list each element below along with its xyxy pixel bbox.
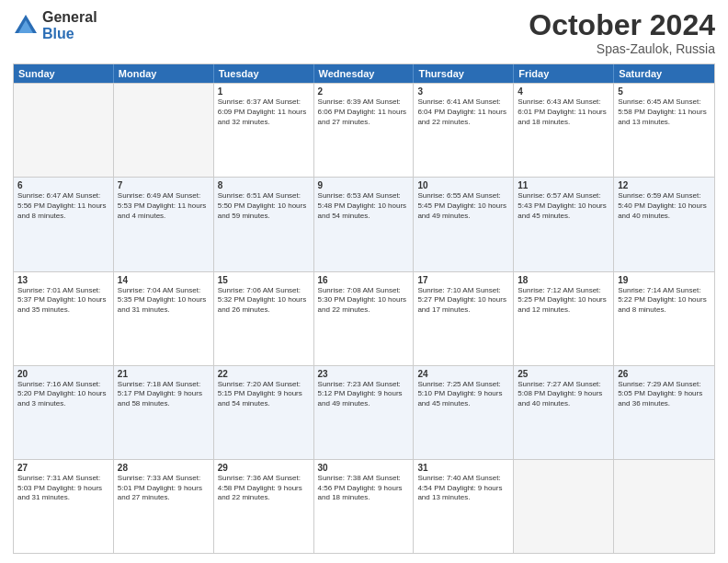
cell-text: Sunrise: 7:23 AM Sunset: 5:12 PM Dayligh… (318, 380, 410, 409)
calendar-cell: 4Sunrise: 6:43 AM Sunset: 6:01 PM Daylig… (514, 84, 614, 177)
calendar-cell: 3Sunrise: 6:41 AM Sunset: 6:04 PM Daylig… (414, 84, 514, 177)
day-number: 7 (118, 180, 210, 190)
day-number: 10 (417, 180, 509, 190)
day-number: 29 (218, 463, 310, 473)
cal-header-cell: Friday (514, 64, 614, 83)
day-number: 4 (518, 86, 609, 97)
day-number: 12 (618, 180, 711, 190)
cell-text: Sunrise: 6:47 AM Sunset: 5:56 PM Dayligh… (17, 191, 109, 221)
calendar-cell: 6Sunrise: 6:47 AM Sunset: 5:56 PM Daylig… (14, 178, 114, 270)
cell-text: Sunrise: 7:10 AM Sunset: 5:27 PM Dayligh… (417, 286, 509, 316)
calendar-cell: 8Sunrise: 6:51 AM Sunset: 5:50 PM Daylig… (214, 178, 314, 270)
cell-text: Sunrise: 6:45 AM Sunset: 5:58 PM Dayligh… (618, 98, 711, 127)
calendar-cell (14, 84, 114, 177)
day-number: 14 (118, 275, 210, 285)
calendar-cell: 12Sunrise: 6:59 AM Sunset: 5:40 PM Dayli… (614, 178, 714, 270)
cell-text: Sunrise: 6:37 AM Sunset: 6:09 PM Dayligh… (218, 98, 310, 127)
cell-text: Sunrise: 6:43 AM Sunset: 6:01 PM Dayligh… (518, 98, 609, 127)
day-number: 17 (417, 275, 509, 285)
cal-header-cell: Sunday (14, 64, 114, 83)
calendar-cell: 24Sunrise: 7:25 AM Sunset: 5:10 PM Dayli… (414, 366, 514, 459)
day-number: 5 (618, 86, 711, 97)
calendar-cell: 22Sunrise: 7:20 AM Sunset: 5:15 PM Dayli… (214, 366, 314, 459)
cell-text: Sunrise: 7:18 AM Sunset: 5:17 PM Dayligh… (118, 380, 210, 409)
calendar-cell: 26Sunrise: 7:29 AM Sunset: 5:05 PM Dayli… (614, 366, 714, 459)
calendar-cell: 29Sunrise: 7:36 AM Sunset: 4:58 PM Dayli… (214, 460, 314, 553)
cell-text: Sunrise: 7:29 AM Sunset: 5:05 PM Dayligh… (618, 380, 711, 409)
calendar-cell: 28Sunrise: 7:33 AM Sunset: 5:01 PM Dayli… (114, 460, 214, 553)
calendar-cell: 21Sunrise: 7:18 AM Sunset: 5:17 PM Dayli… (114, 366, 214, 459)
cal-header-cell: Monday (114, 64, 214, 83)
day-number: 21 (118, 369, 210, 379)
calendar-row: 1Sunrise: 6:37 AM Sunset: 6:09 PM Daylig… (14, 83, 714, 177)
cell-text: Sunrise: 7:04 AM Sunset: 5:35 PM Dayligh… (118, 286, 210, 316)
calendar-cell: 1Sunrise: 6:37 AM Sunset: 6:09 PM Daylig… (214, 84, 314, 177)
calendar: SundayMondayTuesdayWednesdayThursdayFrid… (13, 63, 715, 554)
cell-text: Sunrise: 6:59 AM Sunset: 5:40 PM Dayligh… (618, 191, 711, 221)
day-number: 28 (118, 463, 210, 473)
day-number: 30 (318, 463, 410, 473)
calendar-cell: 7Sunrise: 6:49 AM Sunset: 5:53 PM Daylig… (114, 178, 214, 270)
logo: General Blue (13, 9, 97, 41)
calendar-cell (614, 460, 714, 553)
calendar-cell: 17Sunrise: 7:10 AM Sunset: 5:27 PM Dayli… (414, 272, 514, 365)
cell-text: Sunrise: 6:51 AM Sunset: 5:50 PM Dayligh… (218, 191, 310, 221)
cell-text: Sunrise: 7:20 AM Sunset: 5:15 PM Dayligh… (218, 380, 310, 409)
calendar-header: SundayMondayTuesdayWednesdayThursdayFrid… (14, 64, 714, 83)
cell-text: Sunrise: 6:49 AM Sunset: 5:53 PM Dayligh… (118, 191, 210, 221)
title-block: October 2024 Spas-Zaulok, Russia (529, 9, 715, 56)
day-number: 23 (318, 369, 410, 379)
header: General Blue October 2024 Spas-Zaulok, R… (13, 9, 715, 56)
cell-text: Sunrise: 7:14 AM Sunset: 5:22 PM Dayligh… (618, 286, 711, 316)
cal-header-cell: Thursday (414, 64, 514, 83)
day-number: 19 (618, 275, 711, 285)
calendar-cell: 27Sunrise: 7:31 AM Sunset: 5:03 PM Dayli… (14, 460, 114, 553)
calendar-cell: 9Sunrise: 6:53 AM Sunset: 5:48 PM Daylig… (314, 178, 415, 270)
day-number: 11 (518, 180, 609, 190)
day-number: 16 (318, 275, 410, 285)
day-number: 22 (218, 369, 310, 379)
cell-text: Sunrise: 7:36 AM Sunset: 4:58 PM Dayligh… (218, 474, 310, 503)
calendar-cell: 30Sunrise: 7:38 AM Sunset: 4:56 PM Dayli… (314, 460, 415, 553)
cell-text: Sunrise: 7:40 AM Sunset: 4:54 PM Dayligh… (417, 474, 509, 503)
cal-header-cell: Wednesday (314, 64, 415, 83)
cell-text: Sunrise: 7:33 AM Sunset: 5:01 PM Dayligh… (118, 474, 210, 503)
page: General Blue October 2024 Spas-Zaulok, R… (0, 0, 728, 563)
day-number: 25 (518, 369, 609, 379)
logo-general-text: General (42, 9, 97, 26)
logo-icon (13, 13, 39, 39)
calendar-cell: 16Sunrise: 7:08 AM Sunset: 5:30 PM Dayli… (314, 272, 415, 365)
day-number: 18 (518, 275, 609, 285)
cell-text: Sunrise: 7:06 AM Sunset: 5:32 PM Dayligh… (218, 286, 310, 316)
cal-header-cell: Saturday (614, 64, 714, 83)
calendar-cell: 10Sunrise: 6:55 AM Sunset: 5:45 PM Dayli… (414, 178, 514, 270)
cell-text: Sunrise: 7:12 AM Sunset: 5:25 PM Dayligh… (518, 286, 609, 316)
calendar-cell (514, 460, 614, 553)
calendar-cell: 2Sunrise: 6:39 AM Sunset: 6:06 PM Daylig… (314, 84, 415, 177)
calendar-cell: 25Sunrise: 7:27 AM Sunset: 5:08 PM Dayli… (514, 366, 614, 459)
logo-text: General Blue (42, 9, 97, 41)
calendar-cell: 13Sunrise: 7:01 AM Sunset: 5:37 PM Dayli… (14, 272, 114, 365)
day-number: 6 (17, 180, 109, 190)
calendar-cell: 19Sunrise: 7:14 AM Sunset: 5:22 PM Dayli… (614, 272, 714, 365)
calendar-cell: 18Sunrise: 7:12 AM Sunset: 5:25 PM Dayli… (514, 272, 614, 365)
day-number: 27 (17, 463, 109, 473)
day-number: 1 (218, 86, 310, 97)
cell-text: Sunrise: 7:16 AM Sunset: 5:20 PM Dayligh… (17, 380, 109, 409)
calendar-cell: 14Sunrise: 7:04 AM Sunset: 5:35 PM Dayli… (114, 272, 214, 365)
calendar-row: 20Sunrise: 7:16 AM Sunset: 5:20 PM Dayli… (14, 365, 714, 459)
day-number: 13 (17, 275, 109, 285)
day-number: 15 (218, 275, 310, 285)
calendar-row: 27Sunrise: 7:31 AM Sunset: 5:03 PM Dayli… (14, 459, 714, 553)
cell-text: Sunrise: 6:39 AM Sunset: 6:06 PM Dayligh… (318, 98, 410, 127)
cell-text: Sunrise: 7:25 AM Sunset: 5:10 PM Dayligh… (417, 380, 509, 409)
day-number: 8 (218, 180, 310, 190)
calendar-cell: 15Sunrise: 7:06 AM Sunset: 5:32 PM Dayli… (214, 272, 314, 365)
calendar-cell: 31Sunrise: 7:40 AM Sunset: 4:54 PM Dayli… (414, 460, 514, 553)
day-number: 2 (318, 86, 410, 97)
day-number: 9 (318, 180, 410, 190)
cell-text: Sunrise: 6:53 AM Sunset: 5:48 PM Dayligh… (318, 191, 410, 221)
subtitle: Spas-Zaulok, Russia (529, 41, 715, 56)
calendar-cell: 20Sunrise: 7:16 AM Sunset: 5:20 PM Dayli… (14, 366, 114, 459)
day-number: 24 (417, 369, 509, 379)
